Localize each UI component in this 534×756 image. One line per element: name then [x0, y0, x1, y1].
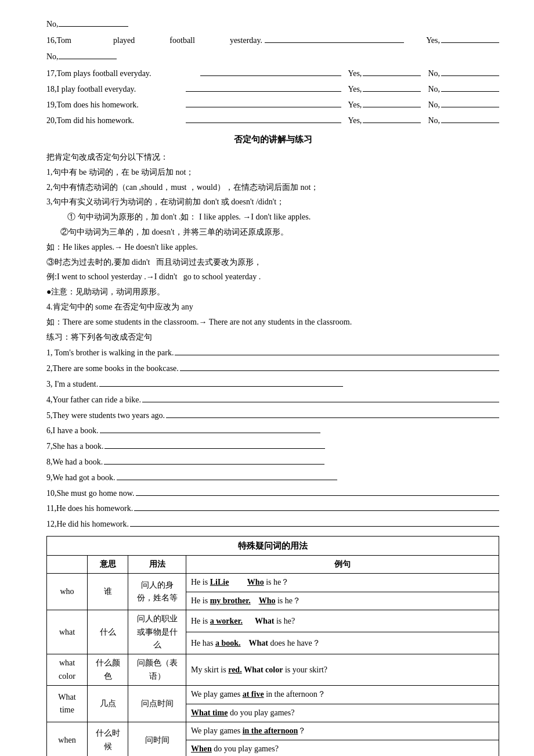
- line16-football: football: [169, 34, 195, 48]
- wh-usage-when: 问时间: [128, 722, 186, 756]
- wh-meaning-who: 谁: [88, 574, 128, 610]
- wh-usage-whatcolor: 问颜色（表语）: [128, 654, 186, 686]
- intro: 把肯定句改成否定句分以下情况：: [46, 150, 499, 164]
- practice-title: 练习：将下列各句改成否定句: [46, 330, 499, 344]
- wh-example-whattime-2: What time do you play games?: [186, 704, 499, 722]
- wh-word-what: what: [47, 610, 88, 654]
- table-row-who: who 谁 问人的身份，姓名等 He is LiLie Who is he？: [47, 574, 499, 592]
- wh-meaning-what: 什么: [88, 610, 128, 654]
- exercise-12: 12,He did his homework.: [46, 517, 499, 531]
- th-meaning: 意思: [88, 556, 128, 574]
- exercise-6: 6,I have a book.: [46, 424, 499, 438]
- wh-meaning-whattime: 几点: [88, 686, 128, 722]
- line17-yes: Yes,: [348, 67, 362, 81]
- wh-example-whattime-1: We play games at five in the afternoon？: [186, 686, 499, 704]
- line18-no: No,: [428, 82, 440, 96]
- example3: 如：There are some students in the classro…: [46, 315, 499, 329]
- line16-yesterday: yesterday.: [230, 34, 262, 48]
- exercise-5: 5,They were students two years ago.: [46, 409, 499, 423]
- line20-no: No,: [428, 114, 440, 128]
- no-label-16: No,: [46, 52, 59, 61]
- line18-yes: Yes,: [348, 82, 362, 96]
- exercise-3: 3, I'm a student.: [46, 377, 499, 391]
- line19-no: No,: [428, 98, 440, 112]
- wh-usage-whattime: 问点时间: [128, 686, 186, 722]
- wh-word-whattime: What time: [47, 686, 88, 722]
- line16-played: played: [113, 34, 135, 48]
- wh-example-whatcolor: My skirt is red. What color is your skir…: [186, 654, 499, 686]
- wh-word-who: who: [47, 574, 88, 610]
- section-negative-title: 否定句的讲解与练习: [46, 132, 499, 147]
- wh-example-what-1: He is a worker. What is he?: [186, 610, 499, 632]
- exercise-7: 7,She has a book.: [46, 440, 499, 453]
- wh-usage-who: 问人的身份，姓名等: [128, 574, 186, 610]
- table-row-what: what 什么 问人的职业或事物是什么 He is a worker. What…: [47, 610, 499, 632]
- th-example: 例句: [186, 556, 499, 574]
- wh-meaning-whatcolor: 什么颜色: [88, 654, 128, 686]
- wh-usage-what: 问人的职业或事物是什么: [128, 610, 186, 654]
- line17-prefix: 17,Tom plays football everyday.: [46, 67, 200, 81]
- wh-word-when: when: [47, 722, 88, 756]
- exercise-8: 8,We had a book.: [46, 455, 499, 469]
- note: ●注意：见助动词，动词用原形。: [46, 285, 499, 299]
- rule3: 3,句中有实义动词/行为动词的，在动词前加 don't 或 doesn't /d…: [46, 195, 499, 209]
- wh-example-when-1: We play games in the afternoon？: [186, 722, 499, 740]
- wh-table: 特殊疑问词的用法 意思 用法 例句 who 谁 问人的身份，姓名等 He is …: [46, 536, 499, 756]
- example2: 例:I went to school yesterday .→I didn't …: [46, 270, 499, 284]
- th-usage: 用法: [128, 556, 186, 574]
- line16-prefix: 16,Tom: [46, 34, 78, 48]
- sub-rule2: ②句中动词为三单的，加 doesn't，并将三单的动词还原成原形。: [60, 225, 499, 239]
- line16-yes: Yes,: [426, 34, 440, 48]
- wh-example-who-1: He is LiLie Who is he？: [186, 574, 499, 592]
- no-label-top: No,: [46, 20, 59, 28]
- line19-prefix: 19,Tom does his homework.: [46, 98, 186, 112]
- exercise-4: 4,Your father can ride a bike.: [46, 393, 499, 407]
- exercise-1: 1, Tom's brother is walking in the park.: [46, 346, 499, 360]
- example1: 如：He likes apples.→ He doesn't like appl…: [46, 240, 499, 254]
- wh-word-whatcolor: what color: [47, 654, 88, 686]
- rule4: 4.肯定句中的 some 在否定句中应改为 any: [46, 300, 499, 314]
- line19-yes: Yes,: [348, 98, 362, 112]
- exercise-11: 11,He does his homework.: [46, 502, 499, 516]
- wh-meaning-when: 什么时候: [88, 722, 128, 756]
- line18-prefix: 18,I play football everyday.: [46, 82, 186, 96]
- th-empty: [47, 556, 88, 574]
- line20-yes: Yes,: [348, 114, 362, 128]
- table-row-when: when 什么时候 问时间 We play games in the after…: [47, 722, 499, 740]
- th-word: 特殊疑问词的用法: [47, 537, 499, 556]
- rule1: 1,句中有 be 动词的，在 be 动词后加 not；: [46, 165, 499, 179]
- line20-prefix: 20,Tom did his homework.: [46, 114, 186, 128]
- wh-example-what-2: He has a book. What does he have？: [186, 632, 499, 654]
- wh-example-when-2: When do you play games?: [186, 740, 499, 756]
- sub-rule1: ① 句中动词为原形的，加 don't .如： I like apples. →I…: [67, 210, 499, 224]
- table-row-what-time: What time 几点 问点时间 We play games at five …: [47, 686, 499, 704]
- exercise-9: 9,We had got a book.: [46, 471, 499, 485]
- rule2: 2,句中有情态动词的（can ,should，must ，would），在情态动…: [46, 181, 499, 195]
- sub-rule3: ③时态为过去时的,要加 didn't 而且动词过去式要改为原形，: [46, 255, 499, 269]
- table-row-what-color: what color 什么颜色 问颜色（表语） My skirt is red.…: [47, 654, 499, 686]
- line17-no: No,: [428, 67, 440, 81]
- wh-example-who-2: He is my brother. Who is he？: [186, 592, 499, 610]
- exercise-10: 10,She must go home now.: [46, 487, 499, 501]
- exercise-2: 2,There are some books in the bookcase.: [46, 362, 499, 376]
